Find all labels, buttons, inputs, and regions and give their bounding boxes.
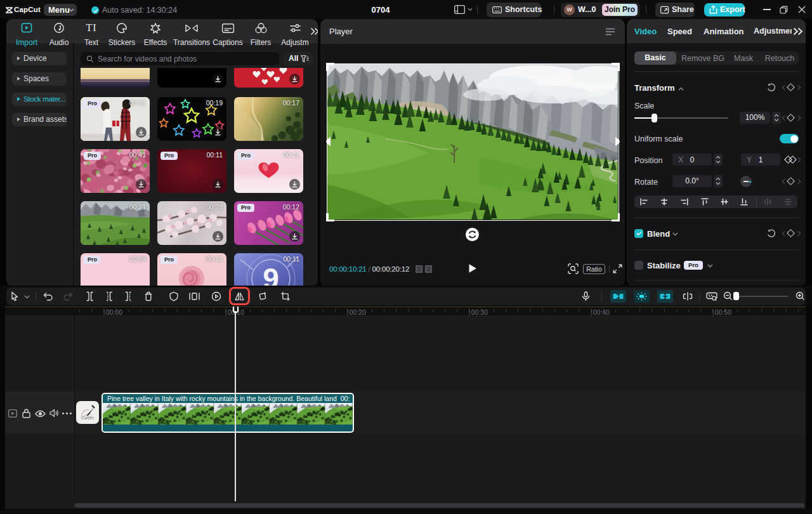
svg-text:Cover: Cover [81, 415, 95, 421]
svg-text:9: 9 [263, 262, 279, 286]
